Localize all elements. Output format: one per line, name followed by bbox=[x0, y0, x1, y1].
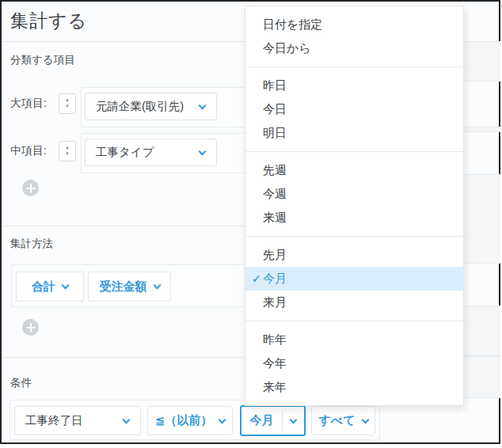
menu-item-this-month[interactable]: ✓ 今月 bbox=[245, 267, 463, 290]
period-dropdown-menu: 日付を指定 今日から 昨日 今日 明日 先週 今週 来週 先月 ✓ 今月 来月 … bbox=[245, 6, 464, 406]
spinner-up-icon[interactable]: ▲ bbox=[65, 145, 70, 151]
classify-section-label: 分類する項目 bbox=[10, 53, 75, 67]
check-icon: ✓ bbox=[252, 267, 261, 290]
menu-item-last-month[interactable]: 先月 bbox=[245, 243, 463, 267]
chevron-down-icon bbox=[199, 147, 207, 155]
large-item-reorder-stepper[interactable]: ▲ ▼ bbox=[59, 93, 76, 114]
aggregate-settings-page: 集計する 分類する項目 大項目: ▲ ▼ 元請企業(取引先) 中項目: ▲ ▼ … bbox=[0, 0, 502, 448]
middle-item-select[interactable]: 工事タイプ bbox=[85, 139, 217, 166]
menu-divider bbox=[245, 321, 463, 321]
condition-field-select[interactable]: 工事終了日 bbox=[14, 406, 141, 435]
chevron-down-icon bbox=[199, 101, 207, 109]
condition-operator-dropdown[interactable]: ≦（以前） bbox=[147, 406, 233, 435]
chevron-down-icon bbox=[219, 416, 226, 423]
menu-item-last-year[interactable]: 昨年 bbox=[245, 328, 463, 351]
button-separator bbox=[282, 411, 283, 431]
menu-item-from-today[interactable]: 今日から bbox=[245, 36, 463, 60]
chevron-down-icon bbox=[153, 282, 161, 290]
menu-item-this-week[interactable]: 今週 bbox=[245, 182, 463, 206]
method-field-dropdown[interactable]: 受注金額 bbox=[88, 271, 171, 302]
condition-scope-dropdown[interactable]: すべて bbox=[311, 406, 375, 435]
menu-item-this-month-label: 今月 bbox=[263, 271, 287, 285]
menu-item-tomorrow[interactable]: 明日 bbox=[245, 121, 463, 145]
menu-item-specify-date[interactable]: 日付を指定 bbox=[245, 13, 463, 36]
plus-icon bbox=[30, 184, 32, 192]
condition-operator-value: ≦（以前） bbox=[155, 413, 213, 428]
middle-item-reorder-stepper[interactable]: ▲ ▼ bbox=[59, 141, 76, 161]
large-item-select[interactable]: 元請企業(取引先) bbox=[85, 93, 217, 120]
middle-item-label: 中項目: bbox=[10, 144, 47, 158]
chevron-down-icon bbox=[62, 282, 70, 290]
large-item-value: 元請企業(取引先) bbox=[96, 99, 184, 114]
middle-item-value: 工事タイプ bbox=[96, 145, 154, 160]
menu-item-next-year[interactable]: 来年 bbox=[245, 375, 463, 399]
condition-section-label: 条件 bbox=[10, 376, 32, 390]
menu-item-next-month[interactable]: 来月 bbox=[245, 290, 463, 314]
menu-item-yesterday[interactable]: 昨日 bbox=[245, 74, 463, 97]
method-function-dropdown[interactable]: 合計 bbox=[16, 271, 84, 302]
page-title: 集計する bbox=[10, 9, 87, 33]
chevron-down-icon bbox=[123, 416, 131, 423]
large-item-label: 大項目: bbox=[10, 97, 47, 111]
chevron-down-icon bbox=[361, 416, 369, 423]
background-row bbox=[465, 306, 500, 356]
condition-scope-value: すべて bbox=[318, 413, 355, 428]
spinner-down-icon[interactable]: ▼ bbox=[65, 151, 70, 158]
spinner-up-icon[interactable]: ▲ bbox=[65, 97, 70, 104]
background-row bbox=[465, 356, 500, 398]
menu-item-today[interactable]: 今日 bbox=[245, 97, 463, 121]
menu-item-last-week[interactable]: 先週 bbox=[245, 158, 463, 182]
condition-period-dropdown[interactable]: 今月 bbox=[240, 405, 306, 436]
add-method-button[interactable] bbox=[22, 319, 39, 336]
menu-divider bbox=[245, 151, 463, 152]
add-classify-item-button[interactable] bbox=[22, 180, 39, 196]
menu-divider bbox=[245, 236, 463, 237]
background-row bbox=[465, 127, 500, 132]
condition-period-value: 今月 bbox=[250, 413, 274, 428]
menu-item-this-year[interactable]: 今年 bbox=[245, 351, 463, 375]
chevron-down-icon bbox=[289, 416, 297, 423]
background-row bbox=[465, 41, 500, 82]
method-section-label: 集計方法 bbox=[10, 237, 53, 251]
condition-field-value: 工事終了日 bbox=[25, 413, 83, 428]
menu-divider bbox=[245, 66, 463, 67]
period-menu-list: 日付を指定 今日から 昨日 今日 明日 先週 今週 来週 先月 ✓ 今月 来月 … bbox=[245, 6, 463, 405]
method-field-value: 受注金額 bbox=[100, 279, 147, 294]
background-row bbox=[465, 174, 500, 264]
method-function-value: 合計 bbox=[32, 279, 55, 294]
menu-item-next-week[interactable]: 来週 bbox=[245, 206, 463, 230]
spinner-down-icon[interactable]: ▼ bbox=[65, 104, 70, 110]
plus-icon bbox=[30, 323, 32, 332]
